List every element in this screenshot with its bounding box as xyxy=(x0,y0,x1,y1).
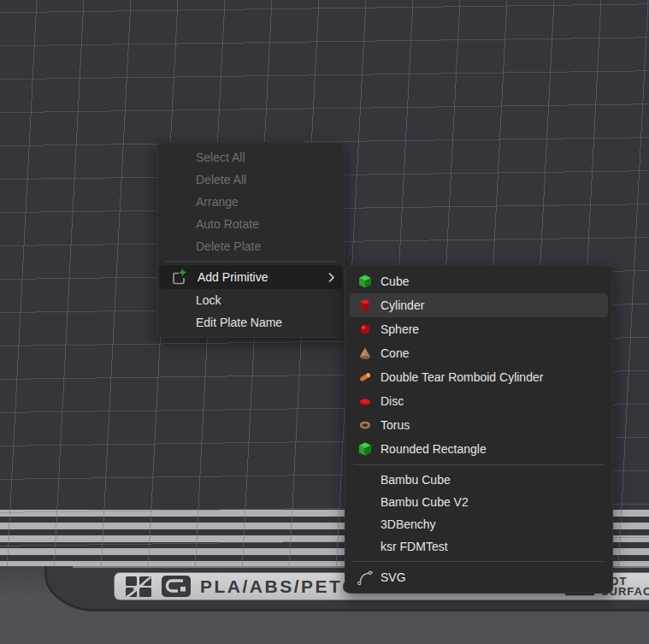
add-primitive-icon xyxy=(159,269,198,286)
add-primitive-submenu: Cube Cylinder Sphere Cone xyxy=(345,265,613,594)
submenu-item-bambu-cube[interactable]: Bambu Cube xyxy=(350,469,608,491)
plate-material-text: PLA/ABS/PETG xyxy=(200,576,358,596)
menu-item-select-all: Select All xyxy=(157,146,344,168)
menu-item-edit-plate-name[interactable]: Edit Plate Name xyxy=(157,311,344,334)
submenu-item-disc[interactable]: Disc xyxy=(350,389,608,413)
sphere-icon xyxy=(350,322,381,337)
submenu-item-bambu-cube-v2[interactable]: Bambu Cube V2 xyxy=(350,491,608,513)
submenu-item-rounded-rectangle[interactable]: Rounded Rectangle xyxy=(350,437,608,461)
menu-item-add-primitive[interactable]: Add Primitive xyxy=(159,265,342,289)
cube-icon xyxy=(350,274,381,289)
cylinder-icon xyxy=(350,298,381,313)
menu-item-auto-rotate: Auto Rotate xyxy=(157,213,344,235)
submenu-item-3dbenchy[interactable]: 3DBenchy xyxy=(350,513,608,535)
menu-item-delete-plate: Delete Plate xyxy=(157,235,344,257)
plate-g-logo-icon xyxy=(161,575,192,598)
torus-icon xyxy=(350,417,381,433)
printer-brand-logo-icon xyxy=(125,576,152,598)
menu-item-delete-all: Delete All xyxy=(157,168,344,191)
slicer-3d-view[interactable]: { "context_menu": { "items": [ {"label":… xyxy=(0,0,649,644)
submenu-separator-2 xyxy=(353,561,605,562)
submenu-item-double-tear-romboid-cylinder[interactable]: Double Tear Romboid Cylinder xyxy=(350,365,608,389)
submenu-item-cone[interactable]: Cone xyxy=(350,341,608,365)
romboid-cylinder-icon xyxy=(350,369,381,385)
disc-icon xyxy=(350,393,381,409)
submenu-item-torus[interactable]: Torus xyxy=(350,413,608,437)
plate-context-menu: Select All Delete All Arrange Auto Rotat… xyxy=(156,142,345,338)
submenu-item-cylinder[interactable]: Cylinder xyxy=(350,293,608,317)
menu-separator xyxy=(165,261,336,262)
submenu-chevron-icon xyxy=(327,272,335,283)
submenu-item-svg[interactable]: SVG xyxy=(350,565,608,589)
submenu-item-sphere[interactable]: Sphere xyxy=(350,317,608,341)
menu-item-arrange: Arrange xyxy=(157,191,344,213)
submenu-separator xyxy=(353,464,605,465)
menu-item-lock[interactable]: Lock xyxy=(157,289,344,311)
cone-icon xyxy=(350,346,381,361)
submenu-item-ksr-fdmtest[interactable]: ksr FDMTest xyxy=(350,535,608,558)
submenu-item-cube[interactable]: Cube xyxy=(350,269,608,293)
bezier-curve-icon xyxy=(350,569,381,586)
rounded-rectangle-icon xyxy=(350,441,381,457)
